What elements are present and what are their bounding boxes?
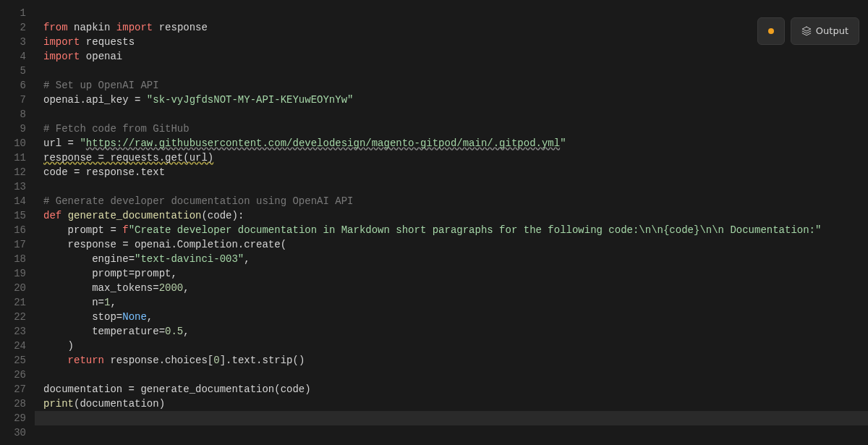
code-token: # Fetch code from GitHub: [43, 123, 190, 135]
code-token: import: [43, 51, 80, 62]
line-number: 4: [0, 49, 26, 64]
code-line[interactable]: response = openai.Completion.create(: [35, 237, 868, 252]
line-number: 27: [0, 382, 26, 397]
line-number: 14: [0, 194, 26, 208]
line-number: 30: [0, 425, 26, 440]
code-token: None: [122, 311, 147, 323]
code-token: response.choices[: [104, 355, 213, 366]
code-line[interactable]: from napkin import response: [35, 20, 868, 35]
code-line[interactable]: [35, 425, 868, 440]
code-token: ": [80, 137, 85, 149]
code-line[interactable]: return response.choices[0].text.strip(): [35, 353, 868, 368]
line-number: 17: [0, 237, 26, 252]
code-token: ": [560, 137, 566, 149]
code-token: ,: [244, 253, 250, 265]
code-line[interactable]: print(documentation): [35, 397, 868, 411]
line-number: 13: [0, 179, 26, 194]
code-line[interactable]: temperature=0.5,: [35, 324, 868, 339]
code-line[interactable]: url = "https://raw.githubusercontent.com…: [35, 136, 868, 151]
code-token: return: [68, 355, 104, 366]
code-token: response = requests.get(url): [43, 152, 213, 164]
code-line[interactable]: ): [35, 339, 868, 353]
code-token: import: [116, 22, 153, 33]
code-token: napkin: [74, 22, 110, 33]
code-line[interactable]: [35, 179, 868, 194]
code-area[interactable]: from napkin import responseimport reques…: [35, 0, 868, 445]
code-token: documentation = generate_documentation(c…: [43, 383, 311, 395]
line-number: 3: [0, 35, 26, 49]
line-number: 5: [0, 64, 26, 78]
output-button[interactable]: Output: [791, 17, 859, 45]
line-number: 15: [0, 208, 26, 223]
status-button[interactable]: [757, 17, 785, 45]
line-number: 26: [0, 368, 26, 382]
code-line[interactable]: # Set up OpenAI API: [35, 78, 868, 93]
code-token: [68, 22, 74, 33]
status-dot-icon: [768, 28, 774, 34]
line-number: 18: [0, 252, 26, 266]
code-token: "Create developer documentation in Markd…: [129, 224, 663, 236]
code-token: ,: [147, 311, 153, 323]
code-line[interactable]: openai.api_key = "sk-vyJgfdsNOT-MY-API-K…: [35, 93, 868, 107]
code-token: ): [68, 340, 74, 352]
code-token: stop=: [92, 311, 122, 323]
line-number: 29: [0, 411, 26, 425]
code-token: prompt =: [68, 224, 123, 236]
line-number-gutter: 1234567891011121314151617181920212223242…: [0, 0, 35, 445]
line-number: 23: [0, 324, 26, 339]
code-token: code = response.text: [43, 166, 165, 178]
code-token: (documentation): [74, 398, 165, 410]
layers-icon: [801, 26, 812, 36]
code-token: "sk-vyJgfdsNOT-MY-API-KEYuwEOYnYw": [147, 94, 354, 106]
code-line[interactable]: n=1,: [35, 295, 868, 310]
code-token: from: [43, 22, 68, 33]
code-token: "text-davinci-003": [135, 253, 244, 265]
code-line[interactable]: import requests: [35, 35, 868, 49]
code-token: ,: [183, 326, 189, 337]
code-line[interactable]: response = requests.get(url): [35, 151, 868, 165]
code-token: engine=: [92, 253, 135, 265]
line-number: 20: [0, 281, 26, 295]
code-token: # Generate developer documentation using…: [43, 195, 353, 207]
code-token: [80, 51, 85, 62]
code-token: requests: [86, 36, 135, 48]
line-number: 28: [0, 397, 26, 411]
code-token: openai: [86, 51, 122, 62]
code-token: n=: [92, 297, 104, 308]
code-token: ,: [110, 297, 116, 308]
line-number: 2: [0, 20, 26, 35]
code-line[interactable]: [35, 6, 868, 20]
code-line[interactable]: engine="text-davinci-003",: [35, 252, 868, 266]
code-line[interactable]: # Generate developer documentation using…: [35, 194, 868, 208]
code-token: temperature=: [92, 326, 165, 337]
code-line[interactable]: import openai: [35, 49, 868, 64]
code-line[interactable]: code = response.text: [35, 165, 868, 179]
line-number: 6: [0, 78, 26, 93]
code-editor[interactable]: 1234567891011121314151617181920212223242…: [0, 0, 868, 445]
line-number: 7: [0, 93, 26, 107]
code-token: 0.5: [165, 326, 183, 337]
code-line[interactable]: [35, 64, 868, 78]
code-token: f: [122, 224, 128, 236]
code-line[interactable]: def generate_documentation(code):: [35, 208, 868, 223]
output-button-label: Output: [816, 24, 848, 38]
code-line[interactable]: documentation = generate_documentation(c…: [35, 382, 868, 397]
code-line[interactable]: max_tokens=2000,: [35, 281, 868, 295]
code-token: print: [43, 398, 74, 410]
code-token: [61, 210, 67, 221]
line-number: 11: [0, 151, 26, 165]
line-number: 16: [0, 223, 26, 237]
code-token: url =: [43, 137, 80, 149]
code-line[interactable]: [35, 411, 868, 425]
code-token: [80, 36, 85, 48]
line-number: 22: [0, 310, 26, 324]
code-line[interactable]: [35, 368, 868, 382]
code-token: \n\n Documentation:": [699, 224, 821, 236]
code-token: [110, 22, 116, 33]
code-line[interactable]: stop=None,: [35, 310, 868, 324]
code-line[interactable]: prompt = f"Create developer documentatio…: [35, 223, 868, 237]
code-line[interactable]: prompt=prompt,: [35, 266, 868, 281]
code-line[interactable]: [35, 107, 868, 122]
code-line[interactable]: # Fetch code from GitHub: [35, 122, 868, 136]
code-token: ,: [183, 282, 189, 294]
